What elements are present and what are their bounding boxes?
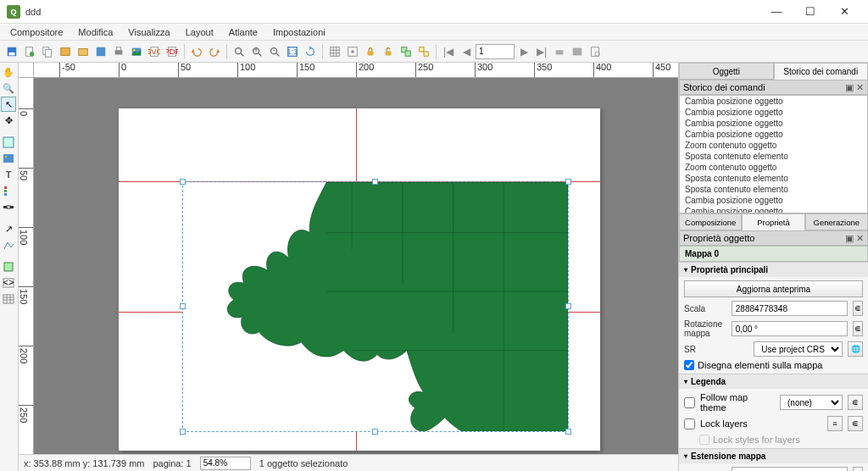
add-nodes-icon[interactable] bbox=[1, 237, 16, 252]
section-legend[interactable]: Legenda bbox=[679, 374, 868, 389]
tab-proprieta-oggetto[interactable]: Proprietà oggetto bbox=[742, 213, 804, 230]
close-panel-icon[interactable]: ✕ bbox=[856, 82, 864, 93]
zoom-actual-icon[interactable]: 1:1 bbox=[284, 43, 301, 60]
section-extent[interactable]: Estensione mappa bbox=[679, 449, 868, 463]
zoom-tool-icon[interactable]: 🔍 bbox=[1, 80, 16, 96]
next-page-icon[interactable]: ▶ bbox=[515, 43, 532, 60]
menu-layout[interactable]: Layout bbox=[179, 25, 220, 39]
atlas-export-icon[interactable] bbox=[569, 43, 586, 60]
export-pdf-icon[interactable]: PDF bbox=[164, 43, 181, 60]
history-item[interactable]: Sposta contenuto elemento bbox=[680, 151, 867, 162]
xmin-input[interactable] bbox=[732, 467, 848, 471]
save-icon[interactable] bbox=[3, 43, 20, 60]
add-html-icon[interactable]: <> bbox=[1, 275, 16, 291]
atlas-print-icon[interactable] bbox=[551, 43, 568, 60]
refresh-icon[interactable] bbox=[302, 43, 319, 60]
save-template-icon[interactable] bbox=[92, 43, 109, 60]
theme-select[interactable]: (none) bbox=[780, 395, 843, 410]
tab-composizione[interactable]: Composizione bbox=[679, 213, 742, 230]
ungroup-icon[interactable] bbox=[415, 43, 432, 60]
scale-input[interactable] bbox=[732, 301, 848, 316]
horizontal-ruler[interactable]: -50 0 50 100 150 200 250 300 350 400 450 bbox=[34, 63, 678, 78]
add-legend-icon[interactable] bbox=[1, 183, 16, 198]
data-defined-icon[interactable]: ⋐ bbox=[848, 395, 863, 410]
minimize-button[interactable]: — bbox=[760, 2, 793, 22]
export-image-icon[interactable] bbox=[128, 43, 145, 60]
section-main-props[interactable]: Proprietà principali bbox=[679, 263, 868, 277]
data-defined-icon[interactable]: ⋐ bbox=[853, 321, 863, 336]
last-page-icon[interactable]: ▶| bbox=[533, 43, 550, 60]
duplicate-composer-icon[interactable] bbox=[39, 43, 56, 60]
vertical-ruler[interactable]: 0 50 100 150 200 250 300 bbox=[19, 78, 34, 454]
undock-icon[interactable]: ▣ bbox=[845, 82, 854, 93]
history-item[interactable]: Sposta contenuto elemento bbox=[680, 173, 867, 184]
zoom-full-icon[interactable] bbox=[231, 43, 248, 60]
snap-grid-icon[interactable] bbox=[344, 43, 361, 60]
page-number-input[interactable] bbox=[476, 44, 515, 59]
first-page-icon[interactable]: |◀ bbox=[440, 43, 457, 60]
history-item[interactable]: Cambia posizione oggetto bbox=[680, 206, 867, 213]
pan-tool-icon[interactable]: ✋ bbox=[1, 64, 16, 80]
open-template-icon[interactable] bbox=[75, 43, 92, 60]
zoom-input[interactable] bbox=[200, 457, 251, 470]
menu-impostazioni[interactable]: Impostazioni bbox=[266, 25, 332, 39]
prev-page-icon[interactable]: ◀ bbox=[458, 43, 475, 60]
menu-visualizza[interactable]: Visualizza bbox=[121, 25, 176, 39]
group-icon[interactable] bbox=[398, 43, 415, 60]
update-preview-button[interactable]: Aggiorna anteprima bbox=[684, 280, 863, 297]
lock-icon[interactable] bbox=[362, 43, 379, 60]
atlas-settings-icon[interactable] bbox=[587, 43, 604, 60]
tab-storico[interactable]: Storico dei comandi bbox=[774, 63, 869, 80]
unlock-icon[interactable] bbox=[380, 43, 397, 60]
move-content-tool-icon[interactable]: ✥ bbox=[1, 113, 16, 128]
tab-oggetti[interactable]: Oggetti bbox=[679, 63, 774, 80]
zoom-in-icon[interactable]: + bbox=[248, 43, 265, 60]
undo-icon[interactable] bbox=[188, 43, 205, 60]
close-panel-icon[interactable]: ✕ bbox=[856, 233, 864, 244]
menu-compositore[interactable]: Compositore bbox=[3, 25, 70, 39]
crs-picker-icon[interactable]: 🌐 bbox=[848, 341, 863, 357]
history-item[interactable]: Zoom contenuto oggetto bbox=[680, 140, 867, 151]
history-list[interactable]: Cambia posizione oggetto Cambia posizion… bbox=[679, 95, 868, 213]
map-item[interactable] bbox=[182, 181, 569, 432]
tab-atlante[interactable]: Generazione atlante bbox=[805, 213, 868, 230]
history-item[interactable]: Cambia posizione oggetto bbox=[680, 195, 867, 206]
add-image-icon[interactable] bbox=[1, 151, 16, 166]
add-shape-icon[interactable] bbox=[1, 259, 16, 274]
new-composer-icon[interactable] bbox=[21, 43, 38, 60]
add-label-icon[interactable]: T bbox=[1, 167, 16, 182]
redo-icon[interactable] bbox=[206, 43, 223, 60]
add-scalebar-icon[interactable] bbox=[1, 199, 16, 214]
undock-icon[interactable]: ▣ bbox=[845, 233, 854, 244]
grid-icon[interactable] bbox=[326, 43, 343, 60]
menu-modifica[interactable]: Modifica bbox=[71, 25, 120, 39]
follow-theme-checkbox[interactable] bbox=[684, 397, 695, 408]
history-item[interactable]: Cambia posizione oggetto bbox=[680, 96, 867, 107]
zoom-out-icon[interactable]: - bbox=[266, 43, 283, 60]
properties-scroll[interactable]: Proprietà principali Aggiorna anteprima … bbox=[679, 262, 868, 471]
composer-manager-icon[interactable] bbox=[57, 43, 74, 60]
history-item[interactable]: Cambia posizione oggetto bbox=[680, 118, 867, 129]
menu-atlante[interactable]: Atlante bbox=[222, 25, 264, 39]
draw-items-checkbox[interactable] bbox=[684, 360, 694, 370]
crs-select[interactable]: Use project CRS bbox=[754, 341, 843, 357]
add-arrow-icon[interactable]: ↗ bbox=[1, 221, 16, 236]
data-defined-icon[interactable]: ⋐ bbox=[853, 301, 863, 316]
data-defined-icon[interactable]: ⋐ bbox=[853, 467, 863, 471]
export-svg-icon[interactable]: SVG bbox=[146, 43, 163, 60]
layout-canvas[interactable] bbox=[34, 78, 678, 454]
layers-picker-icon[interactable]: ≡ bbox=[827, 416, 843, 431]
data-defined-icon[interactable]: ⋐ bbox=[848, 416, 863, 431]
select-tool-icon[interactable]: ↖ bbox=[1, 97, 16, 112]
add-table-icon[interactable] bbox=[1, 291, 16, 307]
history-item[interactable]: Cambia posizione oggetto bbox=[680, 129, 867, 140]
history-item[interactable]: Cambia posizione oggetto bbox=[680, 107, 867, 118]
print-icon[interactable] bbox=[110, 43, 127, 60]
history-item[interactable]: Sposta contenuto elemento bbox=[680, 184, 867, 195]
lock-layers-checkbox[interactable] bbox=[684, 418, 695, 429]
maximize-button[interactable]: ☐ bbox=[793, 2, 827, 22]
rotation-input[interactable] bbox=[732, 321, 848, 336]
history-item[interactable]: Zoom contenuto oggetto bbox=[680, 162, 867, 173]
add-map-icon[interactable] bbox=[1, 135, 16, 150]
close-button[interactable]: ✕ bbox=[827, 2, 861, 22]
